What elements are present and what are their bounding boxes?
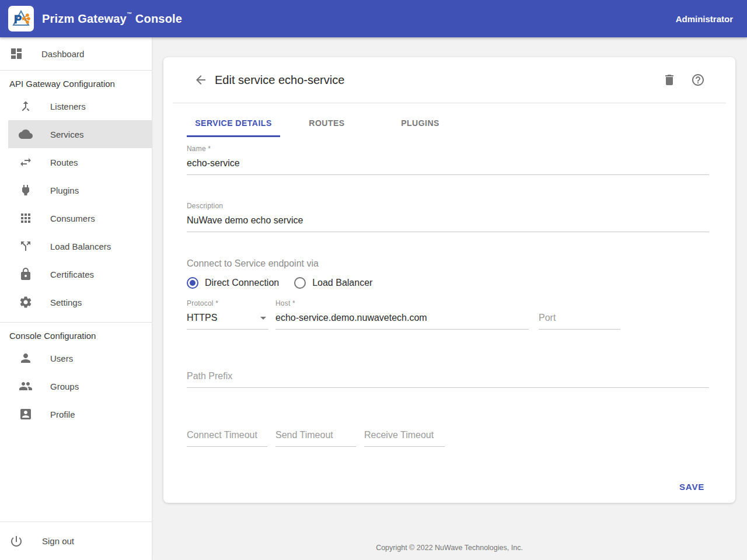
load-balancers-split-icon <box>19 239 33 253</box>
power-icon <box>9 534 23 548</box>
edit-service-card: Edit service echo-service SERVICE DETAIL… <box>163 57 735 503</box>
sidebar-item-routes[interactable]: Routes <box>0 148 152 176</box>
port-field[interactable] <box>539 307 620 330</box>
sidebar-item-listeners[interactable]: Listeners <box>0 92 152 120</box>
radio-unselected-icon[interactable] <box>294 277 306 289</box>
sidebar-item-load-balancers[interactable]: Load Balancers <box>0 232 152 260</box>
sidebar-item-certificates[interactable]: Certificates <box>0 260 152 288</box>
tab-plugins[interactable]: PLUGINS <box>374 109 467 137</box>
protocol-select[interactable]: HTTPS <box>187 307 268 330</box>
groups-people-icon <box>19 379 33 393</box>
section-api-gateway-configuration: API Gateway Configuration <box>0 71 152 92</box>
copyright-text: Copyright © 2022 NuWave Technologies, In… <box>152 544 747 552</box>
sidebar-item-settings[interactable]: Settings <box>0 288 152 316</box>
user-menu[interactable]: Administrator <box>676 14 733 24</box>
name-field[interactable] <box>187 153 709 175</box>
radio-direct-connection[interactable]: Direct Connection <box>187 277 279 289</box>
prizm-logo-icon: P <box>8 6 34 32</box>
svg-text:P: P <box>14 13 22 26</box>
radio-selected-icon[interactable] <box>187 277 198 289</box>
divider <box>173 103 726 103</box>
sidebar-item-services[interactable]: Services <box>8 120 152 148</box>
sidebar-item-groups[interactable]: Groups <box>0 372 152 400</box>
endpoint-section-label: Connect to Service endpoint via <box>187 258 709 269</box>
tab-service-details[interactable]: SERVICE DETAILS <box>187 109 280 137</box>
description-label: Description <box>187 202 709 210</box>
sidebar-item-profile[interactable]: Profile <box>0 400 152 428</box>
save-button[interactable]: SAVE <box>675 477 709 496</box>
page-title: Edit service echo-service <box>215 74 344 87</box>
dashboard-icon <box>9 47 23 61</box>
profile-badge-icon <box>19 407 33 421</box>
sidebar-item-plugins[interactable]: Plugins <box>0 176 152 204</box>
help-icon[interactable] <box>691 73 705 87</box>
listeners-icon <box>19 99 33 113</box>
back-arrow-icon[interactable] <box>194 73 208 87</box>
routes-swap-icon <box>19 155 33 169</box>
path-prefix-field[interactable] <box>187 366 709 388</box>
send-timeout-field[interactable] <box>275 425 356 447</box>
name-label: Name * <box>187 145 709 153</box>
chevron-down-icon <box>260 317 266 320</box>
sign-out-button[interactable]: Sign out <box>0 522 152 560</box>
receive-timeout-field[interactable] <box>364 425 445 447</box>
users-person-icon <box>19 351 33 365</box>
card-header: Edit service echo-service <box>163 57 735 103</box>
description-field[interactable] <box>187 210 709 232</box>
sidebar-item-users[interactable]: Users <box>0 344 152 372</box>
tab-bar: SERVICE DETAILS ROUTES PLUGINS <box>163 109 735 137</box>
protocol-label: Protocol * <box>187 299 268 307</box>
sidebar-item-dashboard[interactable]: Dashboard <box>0 37 152 70</box>
certificates-lock-icon <box>19 267 33 281</box>
settings-gear-icon <box>19 295 33 309</box>
tab-routes[interactable]: ROUTES <box>280 109 374 137</box>
main-content: Edit service echo-service SERVICE DETAIL… <box>152 37 747 560</box>
trash-icon[interactable] <box>662 73 676 87</box>
sidebar-item-consumers[interactable]: Consumers <box>0 204 152 232</box>
host-label: Host * <box>275 299 529 307</box>
radio-load-balancer[interactable]: Load Balancer <box>294 277 372 289</box>
services-cloud-icon <box>19 127 33 141</box>
sidebar-nav: Dashboard API Gateway Configuration List… <box>0 37 152 522</box>
section-console-configuration: Console Configuration <box>0 323 152 344</box>
connect-timeout-field[interactable] <box>187 425 267 447</box>
sidebar: Dashboard API Gateway Configuration List… <box>0 37 152 560</box>
app-title: Prizm Gateway™ Console <box>42 12 182 26</box>
consumers-apps-icon <box>19 211 33 225</box>
service-details-form: Name * Description Connect to Service en… <box>163 137 735 496</box>
host-field[interactable] <box>275 307 529 330</box>
plugins-plug-icon <box>19 183 33 197</box>
trademark-symbol: ™ <box>127 11 132 17</box>
app-header: P Prizm Gateway™ Console Administrator <box>0 0 747 37</box>
endpoint-radio-group: Direct Connection Load Balancer <box>187 277 709 289</box>
